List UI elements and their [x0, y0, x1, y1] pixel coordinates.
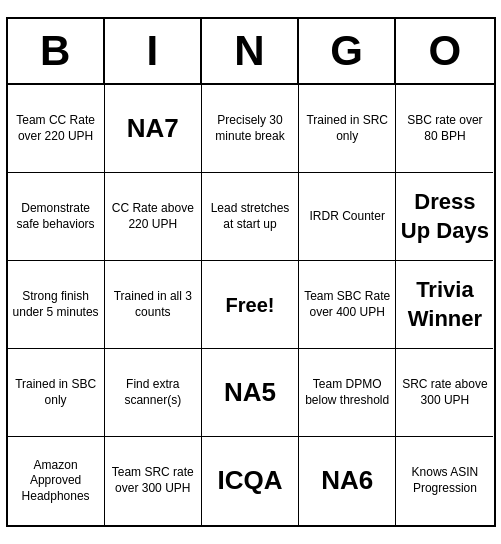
bingo-cell-r3c2: Trained in all 3 counts	[105, 261, 202, 349]
bingo-cell-r5c2: Team SRC rate over 300 UPH	[105, 437, 202, 525]
bingo-letter-n: N	[202, 19, 299, 83]
bingo-cell-r3c5: Trivia Winner	[396, 261, 493, 349]
bingo-cell-r3c1: Strong finish under 5 minutes	[8, 261, 105, 349]
bingo-header: BINGO	[8, 19, 494, 85]
bingo-cell-r5c1: Amazon Approved Headphones	[8, 437, 105, 525]
bingo-letter-o: O	[396, 19, 493, 83]
bingo-cell-r2c4: IRDR Counter	[299, 173, 396, 261]
bingo-cell-r3c3: Free!	[202, 261, 299, 349]
bingo-cell-r5c5: Knows ASIN Progression	[396, 437, 493, 525]
bingo-cell-r1c3: Precisely 30 minute break	[202, 85, 299, 173]
bingo-cell-r4c3: NA5	[202, 349, 299, 437]
bingo-cell-r4c1: Trained in SBC only	[8, 349, 105, 437]
bingo-letter-b: B	[8, 19, 105, 83]
bingo-cell-r4c2: Find extra scanner(s)	[105, 349, 202, 437]
bingo-cell-r1c4: Trained in SRC only	[299, 85, 396, 173]
bingo-cell-r2c5: Dress Up Days	[396, 173, 493, 261]
bingo-cell-r2c3: Lead stretches at start up	[202, 173, 299, 261]
bingo-cell-r3c4: Team SBC Rate over 400 UPH	[299, 261, 396, 349]
bingo-cell-r5c4: NA6	[299, 437, 396, 525]
bingo-cell-r2c2: CC Rate above 220 UPH	[105, 173, 202, 261]
bingo-cell-r1c5: SBC rate over 80 BPH	[396, 85, 493, 173]
bingo-cell-r1c1: Team CC Rate over 220 UPH	[8, 85, 105, 173]
bingo-cell-r4c4: Team DPMO below threshold	[299, 349, 396, 437]
bingo-cell-r2c1: Demonstrate safe behaviors	[8, 173, 105, 261]
bingo-card: BINGO Team CC Rate over 220 UPHNA7Precis…	[6, 17, 496, 527]
bingo-cell-r1c2: NA7	[105, 85, 202, 173]
bingo-cell-r4c5: SRC rate above 300 UPH	[396, 349, 493, 437]
bingo-letter-g: G	[299, 19, 396, 83]
bingo-grid: Team CC Rate over 220 UPHNA7Precisely 30…	[8, 85, 494, 525]
bingo-letter-i: I	[105, 19, 202, 83]
bingo-cell-r5c3: ICQA	[202, 437, 299, 525]
